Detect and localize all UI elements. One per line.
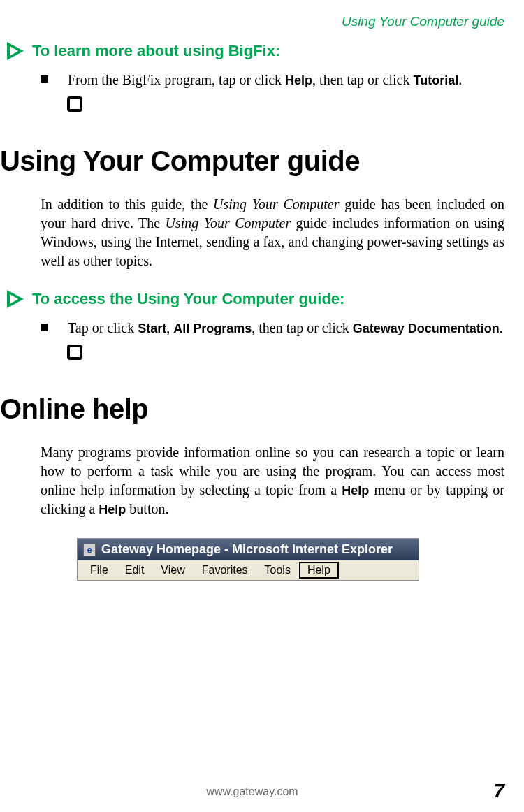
body-paragraph: Many programs provide information online…: [41, 443, 504, 519]
list-item: Tap or click Start, All Programs, then t…: [41, 318, 503, 338]
menu-item-view: View: [152, 562, 193, 579]
ie-app-icon: e: [83, 544, 96, 556]
bullet-icon: [41, 324, 48, 331]
bullet-text: Tap or click Start, All Programs, then t…: [68, 318, 503, 338]
procedure-title: To learn more about using BigFix:: [32, 42, 280, 60]
footer-url: www.gateway.com: [206, 785, 298, 798]
end-of-procedure-icon: [67, 96, 82, 112]
ie-menubar: FileEditViewFavoritesToolsHelp: [78, 560, 419, 580]
ie-window-screenshot: e Gateway Homepage - Microsoft Internet …: [77, 538, 419, 581]
ie-window-title: Gateway Homepage - Microsoft Internet Ex…: [101, 542, 393, 557]
running-head: Using Your Computer guide: [0, 14, 504, 29]
body-paragraph: In addition to this guide, the Using You…: [41, 195, 504, 270]
menu-item-favorites: Favorites: [194, 562, 256, 579]
heading-using-your-computer-guide: Using Your Computer guide: [0, 145, 504, 177]
procedure-access-guide: To access the Using Your Computer guide:: [7, 290, 504, 308]
menu-item-tools: Tools: [256, 562, 299, 579]
bullet-text: From the BigFix program, tap or click He…: [68, 70, 462, 89]
end-of-procedure-icon: [67, 345, 82, 360]
procedure-title: To access the Using Your Computer guide:: [32, 290, 344, 308]
ie-titlebar: e Gateway Homepage - Microsoft Internet …: [78, 539, 419, 560]
list-item: From the BigFix program, tap or click He…: [41, 70, 503, 89]
heading-online-help: Online help: [0, 393, 504, 425]
menu-item-edit: Edit: [117, 562, 153, 579]
menu-item-file: File: [82, 562, 117, 579]
play-icon: [7, 42, 25, 60]
page-footer: www.gateway.com: [0, 785, 504, 798]
menu-item-help: Help: [299, 562, 339, 579]
bullet-icon: [41, 75, 48, 83]
page-number: 7: [493, 780, 504, 802]
play-icon: [7, 290, 25, 308]
procedure-bigfix: To learn more about using BigFix:: [7, 42, 504, 60]
